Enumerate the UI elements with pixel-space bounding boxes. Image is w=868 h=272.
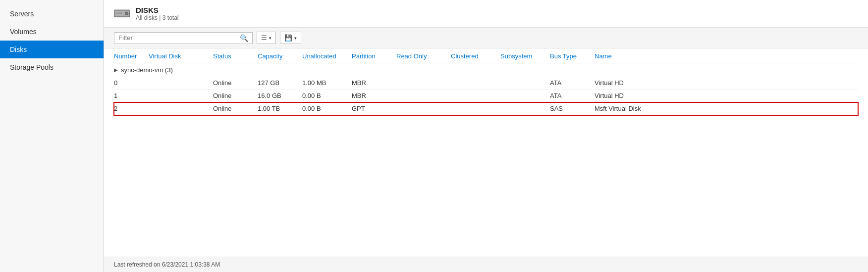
footer: Last refreshed on 6/23/2021 1:03:38 AM (104, 257, 868, 272)
group-row: ▶ sync-demo-vm (3) (114, 63, 858, 77)
list-view-button[interactable]: ☰ ▾ (257, 32, 276, 44)
col-header-clustered: Clustered (451, 52, 500, 60)
toolbar: 🔍 ☰ ▾ 💾 ▾ (104, 28, 868, 48)
cell-name: Virtual HD (595, 92, 694, 99)
main-content: DISKS All disks | 3 total 🔍 ☰ ▾ 💾 ▾ Numb… (104, 0, 868, 272)
cell-number: 2 (114, 105, 149, 112)
cell-number: 0 (114, 79, 149, 87)
cell-bustype: ATA (550, 92, 595, 99)
cell-capacity: 1.00 TB (258, 105, 302, 112)
table-row[interactable]: 1Online16.0 GB0.00 BMBRATAVirtual HD (114, 90, 858, 102)
expand-icon[interactable]: ▶ (114, 67, 118, 73)
col-header-vdisk: Virtual Disk (149, 52, 213, 60)
col-header-status: Status (213, 52, 258, 60)
cell-partition: GPT (352, 105, 396, 112)
disk-icon (114, 9, 130, 19)
sidebar-item-volumes[interactable]: Volumes (0, 23, 104, 41)
table-area: Number Virtual Disk Status Capacity Unal… (104, 48, 868, 257)
col-header-name: Name (595, 52, 694, 60)
filter-input[interactable] (118, 34, 237, 42)
cell-number: 1 (114, 92, 149, 99)
table-row[interactable]: 0Online127 GB1.00 MBMBRATAVirtual HD (114, 77, 858, 90)
cell-unalloc: 1.00 MB (302, 79, 352, 87)
cell-status: Online (213, 105, 258, 112)
col-header-unallocated: Unallocated (302, 52, 352, 60)
save-icon: 💾 (284, 34, 292, 42)
cell-bustype: ATA (550, 79, 595, 87)
column-headers: Number Virtual Disk Status Capacity Unal… (114, 48, 858, 63)
cell-status: Online (213, 92, 258, 99)
sidebar-item-servers[interactable]: Servers (0, 5, 104, 23)
search-icon[interactable]: 🔍 (240, 34, 248, 42)
col-header-bustype: Bus Type (550, 52, 595, 60)
page-title: DISKS (136, 6, 178, 14)
last-refreshed-label: Last refreshed on 6/23/2021 1:03:38 AM (114, 261, 220, 268)
col-header-capacity: Capacity (258, 52, 302, 60)
chevron-down-icon: ▾ (269, 36, 271, 41)
svg-rect-2 (125, 12, 128, 15)
page-header: DISKS All disks | 3 total (104, 0, 868, 28)
group-label: sync-demo-vm (3) (121, 66, 173, 74)
page-title-block: DISKS All disks | 3 total (136, 6, 178, 21)
cell-partition: MBR (352, 92, 396, 99)
cell-status: Online (213, 79, 258, 87)
sidebar-item-storage-pools[interactable]: Storage Pools (0, 58, 104, 76)
list-icon: ☰ (261, 34, 267, 42)
page-subtitle: All disks | 3 total (136, 14, 178, 21)
cell-unalloc: 0.00 B (302, 105, 352, 112)
save-view-button[interactable]: 💾 ▾ (280, 32, 301, 44)
col-header-subsystem: Subsystem (500, 52, 550, 60)
svg-rect-3 (115, 12, 122, 13)
cell-capacity: 127 GB (258, 79, 302, 87)
col-header-partition: Partition (352, 52, 396, 60)
cell-name: Virtual HD (595, 79, 694, 87)
data-rows-container: 0Online127 GB1.00 MBMBRATAVirtual HD1Onl… (114, 77, 858, 115)
filter-input-wrap[interactable]: 🔍 (114, 32, 253, 44)
cell-unalloc: 0.00 B (302, 92, 352, 99)
cell-bustype: SAS (550, 105, 595, 112)
chevron-down-icon-2: ▾ (294, 36, 297, 41)
cell-partition: MBR (352, 79, 396, 87)
sidebar-item-disks[interactable]: Disks (0, 41, 104, 58)
col-header-number: Number (114, 52, 149, 60)
cell-capacity: 16.0 GB (258, 92, 302, 99)
col-header-readonly: Read Only (396, 52, 451, 60)
cell-name: Msft Virtual Disk (595, 105, 694, 112)
sidebar: ServersVolumesDisksStorage Pools (0, 0, 104, 272)
table-row[interactable]: 2Online1.00 TB0.00 BGPTSASMsft Virtual D… (114, 102, 858, 115)
